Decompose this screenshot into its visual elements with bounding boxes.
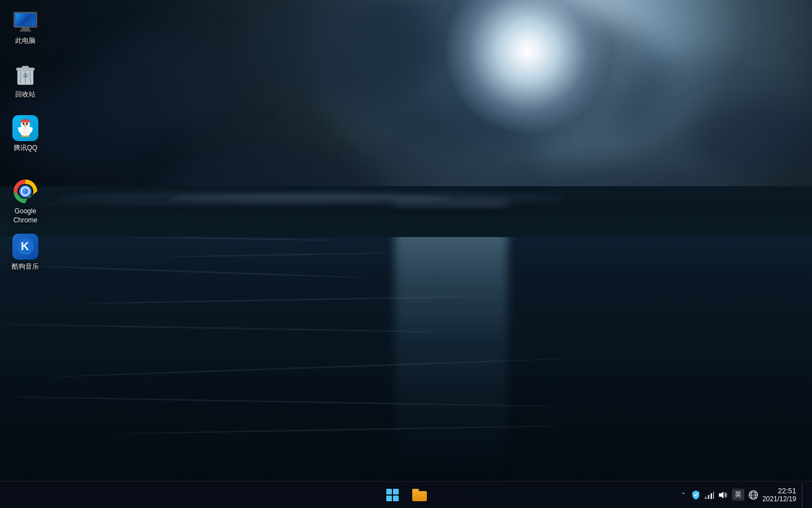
tray-overflow-button[interactable]: ⌃ bbox=[679, 489, 688, 500]
svg-rect-20 bbox=[20, 121, 30, 122]
input-method-icon[interactable] bbox=[748, 489, 759, 501]
recycle-bin-icon-label: 回收站 bbox=[15, 90, 36, 99]
svg-point-26 bbox=[24, 190, 25, 191]
system-tray: ⌃ bbox=[679, 483, 812, 507]
svg-line-3 bbox=[20, 72, 21, 83]
svg-marker-33 bbox=[719, 492, 723, 498]
svg-rect-29 bbox=[705, 497, 707, 499]
show-desktop-button[interactable] bbox=[802, 483, 805, 507]
desktop-icon-qq[interactable]: 腾讯QQ bbox=[3, 110, 48, 157]
language-indicator[interactable]: 英 bbox=[732, 489, 744, 501]
volume-icon[interactable] bbox=[717, 489, 729, 501]
svg-point-16 bbox=[22, 127, 29, 135]
svg-point-13 bbox=[24, 125, 27, 126]
desktop-icon-recycle[interactable]: ♻ 回收站 bbox=[3, 56, 48, 104]
svg-point-25 bbox=[22, 188, 29, 195]
svg-rect-31 bbox=[710, 493, 712, 499]
music-icon: K bbox=[12, 233, 39, 260]
network-icon[interactable] bbox=[704, 489, 715, 501]
svg-line-5 bbox=[30, 72, 30, 83]
svg-point-9 bbox=[23, 122, 25, 125]
svg-rect-32 bbox=[713, 492, 714, 499]
qq-icon bbox=[12, 115, 39, 142]
treeline-horizon bbox=[0, 192, 812, 237]
computer-icon-label: 此电脑 bbox=[15, 37, 36, 46]
clock[interactable]: 22:51 2021/12/19 bbox=[762, 487, 796, 503]
taskbar: ⌃ bbox=[0, 481, 812, 508]
svg-rect-2 bbox=[22, 66, 29, 68]
svg-rect-30 bbox=[708, 495, 709, 499]
svg-point-14 bbox=[21, 135, 25, 137]
moon-reflection bbox=[395, 203, 508, 485]
qq-icon-label: 腾讯QQ bbox=[14, 144, 38, 153]
folder-icon bbox=[412, 489, 427, 501]
file-explorer-button[interactable] bbox=[407, 483, 432, 507]
start-button[interactable] bbox=[380, 483, 405, 507]
svg-rect-21 bbox=[24, 119, 27, 121]
svg-point-11 bbox=[24, 122, 25, 124]
desktop-icon-chrome[interactable]: Google Chrome bbox=[3, 173, 48, 229]
svg-text:K: K bbox=[21, 240, 29, 252]
desktop-icon-computer[interactable]: 此电脑 bbox=[3, 3, 48, 50]
clock-date: 2021/12/19 bbox=[762, 495, 796, 503]
computer-icon bbox=[12, 7, 39, 34]
svg-point-10 bbox=[26, 122, 28, 125]
svg-text:♻: ♻ bbox=[23, 72, 28, 79]
windows-logo-icon bbox=[386, 489, 399, 501]
recycle-bin-icon: ♻ bbox=[12, 61, 39, 88]
clock-time: 22:51 bbox=[778, 487, 796, 496]
language-text: 英 bbox=[735, 491, 742, 498]
security-shield-icon[interactable] bbox=[690, 489, 701, 501]
desktop: 此电脑 ♻ 回收站 bbox=[0, 0, 812, 508]
svg-point-15 bbox=[26, 135, 30, 137]
desktop-icon-music[interactable]: K 酷狗音乐 bbox=[3, 229, 48, 276]
tray-icons-area: ⌃ bbox=[679, 489, 729, 501]
chrome-icon bbox=[12, 178, 39, 205]
svg-point-12 bbox=[27, 122, 28, 124]
music-icon-label: 酷狗音乐 bbox=[12, 262, 39, 271]
chrome-icon-label: Google Chrome bbox=[7, 207, 43, 225]
taskbar-center bbox=[380, 483, 432, 507]
